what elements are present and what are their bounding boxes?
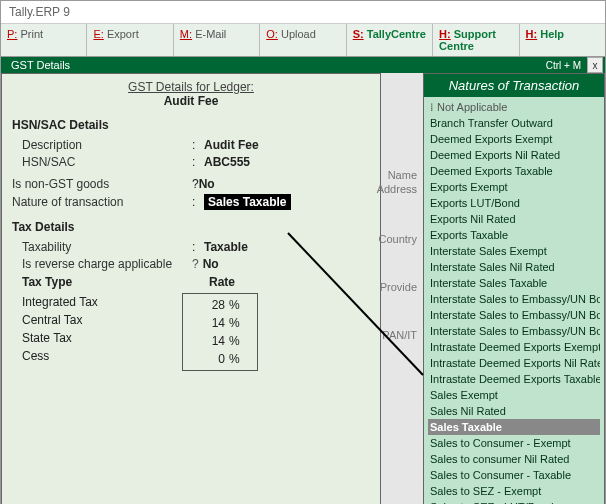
reverse-value[interactable]: No	[203, 257, 219, 271]
natures-panel: Natures of Transaction ⁞ Not ApplicableB…	[423, 73, 605, 504]
natures-item[interactable]: ⁞ Not Applicable	[428, 99, 600, 115]
nongst-value[interactable]: No	[199, 177, 215, 191]
menu-help[interactable]: H: Help	[520, 24, 605, 56]
menu-tallycentre[interactable]: S: TallyCentre	[347, 24, 433, 56]
natures-item[interactable]: Sales Exempt	[428, 387, 600, 403]
workspace: GST Details for Ledger: Audit Fee HSN/SA…	[1, 73, 605, 504]
row-nongst: Is non-GST goods ? No	[12, 177, 370, 191]
natures-item[interactable]: Sales to consumer Nil Rated	[428, 451, 600, 467]
natures-item[interactable]: Interstate Sales to Embassy/UN Body Taxa…	[428, 323, 600, 339]
natures-item[interactable]: Exports Exempt	[428, 179, 600, 195]
tax-rate-row[interactable]: 14%	[187, 332, 253, 350]
natures-item[interactable]: Sales to Consumer - Taxable	[428, 467, 600, 483]
row-reverse: Is reverse charge applicable ? No	[22, 257, 370, 271]
natures-item[interactable]: Exports Taxable	[428, 227, 600, 243]
menu-export[interactable]: E: Export	[87, 24, 173, 56]
tabbar: GST Details Ctrl + M x	[1, 57, 605, 73]
natures-item[interactable]: Sales to Consumer - Exempt	[428, 435, 600, 451]
description-value[interactable]: Audit Fee	[204, 138, 259, 152]
natures-item[interactable]: Sales to SEZ - Exempt	[428, 483, 600, 499]
menu-upload[interactable]: O: Upload	[260, 24, 346, 56]
background-area: Name Address Country Provide PAN/IT	[381, 73, 423, 504]
natures-item[interactable]: Interstate Sales Nil Rated	[428, 259, 600, 275]
tax-section-heading: Tax Details	[12, 220, 370, 234]
natures-item[interactable]: Intrastate Deemed Exports Nil Rated	[428, 355, 600, 371]
natures-item[interactable]: Branch Transfer Outward	[428, 115, 600, 131]
natures-item[interactable]: Exports LUT/Bond	[428, 195, 600, 211]
tabbar-shortcut: Ctrl + M	[542, 60, 585, 71]
close-icon[interactable]: x	[587, 57, 603, 73]
nature-value[interactable]: Sales Taxable	[204, 194, 291, 210]
app-window: Tally.ERP 9 P: Print E: Export M: E-Mail…	[0, 0, 606, 504]
tax-name: Central Tax	[22, 311, 182, 329]
taxability-value[interactable]: Taxable	[204, 240, 248, 254]
tax-name: Integrated Tax	[22, 293, 182, 311]
row-description: Description : Audit Fee	[22, 138, 370, 152]
row-hsn: HSN/SAC : ABC555	[22, 155, 370, 169]
menu-support[interactable]: H: Support Centre	[433, 24, 519, 56]
menu-email[interactable]: M: E-Mail	[174, 24, 260, 56]
natures-item[interactable]: Intrastate Deemed Exports Taxable	[428, 371, 600, 387]
panel-title: GST Details for Ledger:	[12, 80, 370, 94]
natures-item[interactable]: Deemed Exports Taxable	[428, 163, 600, 179]
natures-item[interactable]: Deemed Exports Nil Rated	[428, 147, 600, 163]
tab-gst-details[interactable]: GST Details	[1, 57, 80, 73]
natures-item[interactable]: Interstate Sales to Embassy/UN Body Exem…	[428, 291, 600, 307]
tax-rate-row[interactable]: 28%	[187, 296, 253, 314]
hsn-value[interactable]: ABC555	[204, 155, 250, 169]
natures-list[interactable]: ⁞ Not ApplicableBranch Transfer OutwardD…	[424, 97, 604, 504]
natures-item[interactable]: Sales Taxable	[428, 419, 600, 435]
natures-item[interactable]: Deemed Exports Exempt	[428, 131, 600, 147]
menubar: P: Print E: Export M: E-Mail O: Upload S…	[1, 24, 605, 57]
tax-rate-row[interactable]: 14%	[187, 314, 253, 332]
gst-details-panel: GST Details for Ledger: Audit Fee HSN/SA…	[1, 73, 381, 504]
rate-heading: Rate	[182, 275, 262, 289]
tax-name: Cess	[22, 347, 182, 365]
hsn-section-heading: HSN/SAC Details	[12, 118, 370, 132]
row-taxability: Taxability : Taxable	[22, 240, 370, 254]
natures-title: Natures of Transaction	[424, 74, 604, 97]
row-nature: Nature of transaction : Sales Taxable	[12, 194, 370, 210]
tax-rate-row[interactable]: 0%	[187, 350, 253, 368]
menu-print[interactable]: P: Print	[1, 24, 87, 56]
taxtype-heading: Tax Type	[22, 275, 182, 289]
window-title: Tally.ERP 9	[1, 1, 605, 24]
natures-item[interactable]: Interstate Sales Exempt	[428, 243, 600, 259]
tax-rate-table: Tax Type Rate Integrated TaxCentral TaxS…	[22, 275, 370, 371]
natures-item[interactable]: Sales Nil Rated	[428, 403, 600, 419]
natures-item[interactable]: Interstate Sales to Embassy/UN Body Nil …	[428, 307, 600, 323]
panel-subtitle: Audit Fee	[12, 94, 370, 108]
natures-item[interactable]: Sales to SEZ - LUT/Bond	[428, 499, 600, 504]
natures-item[interactable]: Interstate Sales Taxable	[428, 275, 600, 291]
tax-name: State Tax	[22, 329, 182, 347]
rate-box: 28%14%14%0%	[182, 293, 258, 371]
natures-item[interactable]: Exports Nil Rated	[428, 211, 600, 227]
natures-item[interactable]: Intrastate Deemed Exports Exempt	[428, 339, 600, 355]
